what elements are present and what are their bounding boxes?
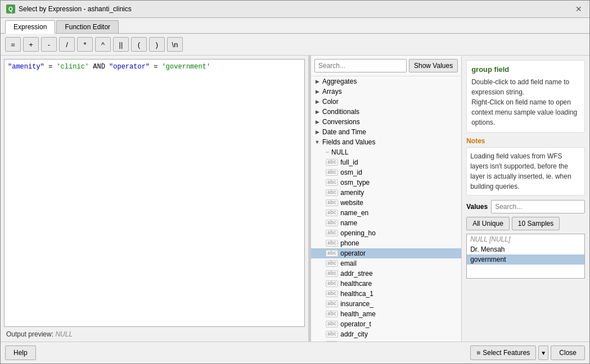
search-input[interactable] xyxy=(314,59,407,72)
value-item-government[interactable]: government xyxy=(467,254,584,265)
field-healthca_1[interactable]: abc healthca_1 xyxy=(311,289,461,299)
arrow-color xyxy=(314,99,320,104)
minus-button[interactable]: - xyxy=(41,37,57,52)
field-name-name_en: name_en xyxy=(340,209,368,217)
expression-editor[interactable]: "amenity" = 'clinic' AND "operator" = 'g… xyxy=(4,59,305,327)
bottom-right: ■ Select Features ▼ Close xyxy=(470,345,585,360)
arrow-arrays xyxy=(314,89,320,94)
field-name-operator_t: operator_t xyxy=(340,320,371,328)
value-government-text: government xyxy=(470,256,506,263)
newline-button[interactable]: \n xyxy=(167,37,183,52)
field-type-insurance_: abc xyxy=(326,301,338,307)
field-type-opening_ho: abc xyxy=(326,230,338,236)
field-type-health_ame: abc xyxy=(326,311,338,317)
field-type-addr_city: abc xyxy=(326,331,338,338)
category-conditionals[interactable]: Conditionals xyxy=(311,107,461,117)
field-type-operator: abc xyxy=(326,250,338,257)
select-features-button[interactable]: ■ Select Features xyxy=(470,345,536,360)
field-NULL[interactable]: NULL xyxy=(311,147,461,157)
arrow-datetime xyxy=(314,129,320,135)
field-operator[interactable]: abc operator xyxy=(311,248,461,258)
value-null-text: NULL [NULL] xyxy=(470,235,510,243)
field-health_ame[interactable]: abc health_ame xyxy=(311,309,461,319)
field-type-name_en: abc xyxy=(326,210,338,216)
help-button[interactable]: Help xyxy=(5,345,36,360)
concat-button[interactable]: || xyxy=(113,37,129,52)
field-name-amenity: amenity xyxy=(340,189,364,197)
field-website[interactable]: abc website xyxy=(311,198,461,208)
dialog: Q Select by Expression - ashanti_clinics… xyxy=(0,0,590,364)
field-name-NULL: NULL xyxy=(331,148,349,156)
values-buttons: All Unique 10 Samples xyxy=(466,217,585,230)
equals-button[interactable]: = xyxy=(5,37,21,52)
select-features-dropdown[interactable]: ▼ xyxy=(538,345,548,360)
notes-title: Notes xyxy=(466,137,585,145)
open-paren-button[interactable]: ( xyxy=(131,37,147,52)
values-list: NULL [NULL] Dr. Mensah government xyxy=(466,234,585,279)
multiply-button[interactable]: * xyxy=(77,37,93,52)
field-full_id[interactable]: abc full_id xyxy=(311,157,461,167)
group-field-desc-line1: Double-click to add field name to expres… xyxy=(471,78,569,96)
close-paren-button[interactable]: ) xyxy=(149,37,165,52)
field-name-healthcare: healthcare xyxy=(340,280,372,288)
divide-button[interactable]: / xyxy=(59,37,75,52)
field-addr_city[interactable]: abc addr_city xyxy=(311,329,461,339)
caret-button[interactable]: ^ xyxy=(95,37,111,52)
field-type-full_id: abc xyxy=(326,159,338,166)
category-color[interactable]: Color xyxy=(311,97,461,107)
field-osm_type[interactable]: abc osm_type xyxy=(311,178,461,188)
arrow-conversions xyxy=(314,119,320,125)
category-arrays[interactable]: Arrays xyxy=(311,87,461,97)
all-unique-button[interactable]: All Unique xyxy=(466,217,510,230)
field-name-operator: operator xyxy=(340,249,366,257)
field-name[interactable]: abc name xyxy=(311,218,461,228)
field-type-website: abc xyxy=(326,199,338,206)
field-type-osm_id: abc xyxy=(326,169,338,176)
field-healthcare[interactable]: abc healthcare xyxy=(311,279,461,289)
field-type-amenity: abc xyxy=(326,189,338,196)
field-name-insurance_: insurance_ xyxy=(340,300,373,308)
field-name_en[interactable]: abc name_en xyxy=(311,208,461,218)
field-type-phone: abc xyxy=(326,240,338,247)
values-label: Values xyxy=(466,203,488,211)
field-name-email: email xyxy=(340,260,357,267)
samples-button[interactable]: 10 Samples xyxy=(512,217,560,230)
plus-button[interactable]: + xyxy=(23,37,39,52)
tab-expression[interactable]: Expression xyxy=(5,20,55,34)
field-amenity[interactable]: abc amenity xyxy=(311,188,461,198)
middle-panel: Show Values Aggregates Arrays Color xyxy=(311,56,462,342)
field-osm_id[interactable]: abc osm_id xyxy=(311,167,461,178)
main-area: "amenity" = 'clinic' AND "operator" = 'g… xyxy=(1,56,589,342)
field-phone[interactable]: abc phone xyxy=(311,238,461,248)
field-name-name: name xyxy=(340,219,357,227)
tabs-row: Expression Function Editor xyxy=(1,18,589,34)
field-name-opening_ho: opening_ho xyxy=(340,229,376,237)
value-item-null[interactable]: NULL [NULL] xyxy=(467,234,584,244)
show-values-button[interactable]: Show Values xyxy=(409,59,458,72)
field-addr_stree[interactable]: abc addr_stree xyxy=(311,269,461,279)
group-field-description: Double-click to add field name to expres… xyxy=(471,77,580,128)
values-search-input[interactable] xyxy=(491,200,585,213)
tab-function-editor[interactable]: Function Editor xyxy=(56,20,119,33)
category-datetime[interactable]: Date and Time xyxy=(311,127,461,137)
field-name-addr_city: addr_city xyxy=(340,330,368,338)
category-fields-values[interactable]: Fields and Values xyxy=(311,137,461,147)
category-fields-values-label: Fields and Values xyxy=(322,138,376,146)
field-operator_t[interactable]: abc operator_t xyxy=(311,319,461,329)
field-insurance_[interactable]: abc insurance_ xyxy=(311,299,461,309)
value-item-dr-mensah[interactable]: Dr. Mensah xyxy=(467,244,584,254)
field-opening_ho[interactable]: abc opening_ho xyxy=(311,228,461,238)
window-close-button[interactable]: ✕ xyxy=(574,4,584,14)
qgis-icon: Q xyxy=(6,4,15,13)
category-datetime-label: Date and Time xyxy=(322,128,366,136)
field-type-healthca_1: abc xyxy=(326,290,338,297)
arrow-aggregates xyxy=(314,79,320,84)
close-button[interactable]: Close xyxy=(551,345,585,360)
group-field-desc-line2: Right-Click on field name to open contex… xyxy=(471,98,577,126)
category-aggregates[interactable]: Aggregates xyxy=(311,76,461,87)
field-name-addr_stree: addr_stree xyxy=(340,270,372,277)
field-email[interactable]: abc email xyxy=(311,258,461,269)
values-section: Values All Unique 10 Samples NULL [NULL]… xyxy=(466,200,585,279)
category-conversions[interactable]: Conversions xyxy=(311,117,461,127)
field-name-full_id: full_id xyxy=(340,158,358,166)
